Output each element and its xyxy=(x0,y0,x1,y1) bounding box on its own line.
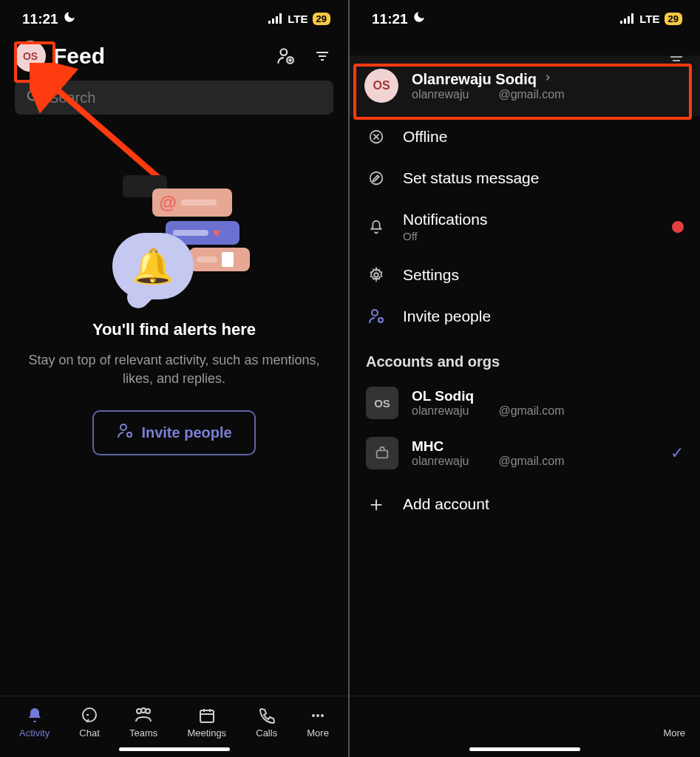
svg-rect-1 xyxy=(272,18,274,24)
profile-email-domain: @gmail.com xyxy=(498,88,564,101)
bottom-tab-bar-partial: • More xyxy=(350,696,700,741)
gear-icon xyxy=(366,267,387,283)
svg-rect-3 xyxy=(279,13,282,24)
header: OS Feed xyxy=(0,33,348,76)
tab-activity[interactable]: Activity xyxy=(19,707,50,739)
svg-rect-0 xyxy=(268,21,271,24)
account-avatar: OS xyxy=(366,387,398,419)
moon-icon xyxy=(63,10,76,27)
account-name: MHC xyxy=(412,438,657,455)
filter-icon[interactable] xyxy=(311,45,333,67)
account-email-domain: @gmail.com xyxy=(498,455,564,468)
home-indicator[interactable] xyxy=(469,747,580,751)
menu-sublabel: Off xyxy=(403,230,656,242)
plus-icon: ＋ xyxy=(366,490,387,518)
menu-label: Notifications xyxy=(403,211,656,228)
status-bar: 11:21 LTE 29 xyxy=(350,0,700,33)
menu-label: Offline xyxy=(403,128,684,146)
tab-label: Chat xyxy=(79,727,99,739)
bell-icon xyxy=(26,707,44,724)
invite-people-icon xyxy=(366,308,387,325)
menu-label: Invite people xyxy=(403,308,684,325)
svg-point-4 xyxy=(281,49,288,55)
invite-people-icon xyxy=(116,422,134,444)
tab-chat[interactable]: Chat xyxy=(79,707,99,739)
teams-icon xyxy=(134,707,153,724)
menu-status-offline[interactable]: Offline xyxy=(350,116,700,157)
avatar-button[interactable]: OS xyxy=(15,41,46,72)
status-time: 11:21 xyxy=(22,11,58,27)
add-account-button[interactable]: ＋ Add account xyxy=(350,478,700,530)
status-bar: 11:21 LTE 29 xyxy=(0,0,348,33)
tab-more[interactable]: More xyxy=(307,707,329,739)
svg-rect-2 xyxy=(276,16,278,24)
svg-point-23 xyxy=(316,714,319,717)
svg-point-36 xyxy=(374,273,378,277)
home-indicator[interactable] xyxy=(119,747,230,751)
account-email-user: olanrewaju xyxy=(412,404,469,418)
svg-point-14 xyxy=(83,708,96,722)
bell-icon: 🔔 xyxy=(132,246,174,286)
bell-bubble: 🔔 xyxy=(112,233,194,299)
menu-invite-people[interactable]: Invite people xyxy=(350,296,700,337)
menu-settings[interactable]: Settings xyxy=(350,254,700,296)
account-name: OL Sodiq xyxy=(412,388,684,404)
phone-icon xyxy=(258,707,276,724)
bell-icon xyxy=(366,219,387,235)
chat-icon xyxy=(81,707,98,724)
menu-set-status[interactable]: Set status message xyxy=(350,157,700,199)
profile-name: Olanrewaju Sodiq xyxy=(412,71,537,88)
tab-calls[interactable]: Calls xyxy=(256,707,277,739)
network-label: LTE xyxy=(288,13,307,25)
filter-icon[interactable] xyxy=(667,52,685,72)
menu-notifications[interactable]: Notifications Off xyxy=(350,199,700,254)
empty-state-title: You'll find alerts here xyxy=(0,320,348,339)
svg-point-37 xyxy=(372,310,378,316)
bottom-tab-bar: Activity Chat Teams Meetings Calls More xyxy=(0,696,348,741)
briefcase-icon xyxy=(366,437,398,469)
battery-badge: 29 xyxy=(313,13,330,25)
signal-icon xyxy=(268,11,283,27)
section-accounts-title: Accounts and orgs xyxy=(350,337,700,378)
chevron-right-icon xyxy=(543,72,553,86)
edit-icon xyxy=(366,170,387,186)
tab-teams[interactable]: Teams xyxy=(129,707,157,739)
menu-label: Set status message xyxy=(403,169,684,187)
svg-point-10 xyxy=(28,91,38,101)
profile-email-user: olanrewaju xyxy=(412,88,469,101)
svg-rect-18 xyxy=(200,710,214,722)
search-icon xyxy=(25,88,41,107)
profile-card[interactable]: OS Olanrewaju Sodiq olanrewaju @gmail.co… xyxy=(350,55,700,116)
svg-rect-39 xyxy=(377,450,388,458)
check-icon: ✓ xyxy=(670,444,684,463)
calendar-icon xyxy=(198,707,216,724)
tab-label: More xyxy=(307,727,329,739)
svg-point-15 xyxy=(137,709,141,713)
mention-bubble: @ xyxy=(152,189,232,217)
tab-meetings[interactable]: Meetings xyxy=(187,707,226,739)
invite-people-button[interactable]: Invite people xyxy=(92,410,255,455)
search-input[interactable] xyxy=(15,81,333,115)
svg-point-22 xyxy=(312,714,315,717)
empty-state-illustration: @ ♥ 🔔 xyxy=(101,152,248,299)
network-label: LTE xyxy=(639,13,659,25)
tab-label: Calls xyxy=(256,727,277,739)
account-item[interactable]: MHC olanrewaju @gmail.com ✓ xyxy=(350,428,700,478)
svg-point-24 xyxy=(321,714,324,717)
tab-label: Teams xyxy=(129,727,157,739)
tab-label: More xyxy=(663,727,685,739)
invite-people-icon[interactable] xyxy=(274,45,296,67)
svg-point-12 xyxy=(120,424,126,430)
profile-avatar: OS xyxy=(364,69,398,103)
svg-rect-26 xyxy=(624,18,626,24)
add-account-label: Add account xyxy=(403,495,684,513)
svg-line-11 xyxy=(36,99,40,103)
svg-rect-27 xyxy=(628,16,630,24)
account-item[interactable]: OS OL Sodiq olanrewaju @gmail.com xyxy=(350,378,700,428)
alert-badge xyxy=(672,221,684,233)
tab-more[interactable]: • More xyxy=(663,707,685,739)
battery-badge: 29 xyxy=(665,13,682,25)
offline-icon xyxy=(366,129,387,145)
search-field[interactable] xyxy=(49,89,323,106)
svg-point-17 xyxy=(141,708,146,713)
